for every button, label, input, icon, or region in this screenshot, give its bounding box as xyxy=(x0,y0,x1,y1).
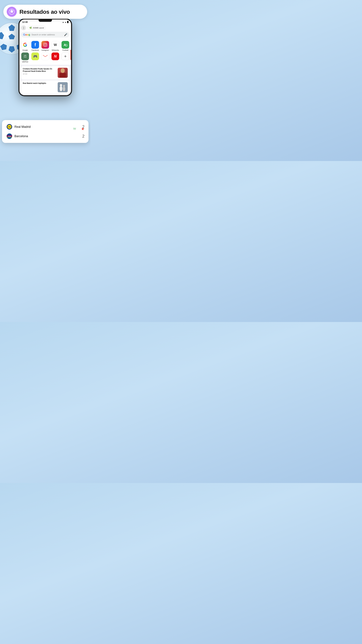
gamepad-icon: 🎮 xyxy=(31,52,39,60)
favorite-star[interactable]: ★ xyxy=(81,127,84,131)
away-team-info: FCB Barcelona xyxy=(6,133,28,140)
score-card: RM Real Madrid 2 70' ★ FCB xyxy=(2,120,88,143)
data-save-text: 250MB saved xyxy=(33,27,44,29)
svg-point-25 xyxy=(61,69,64,72)
menu-button[interactable] xyxy=(21,25,26,30)
leaf-icon: 🌿 xyxy=(29,27,32,29)
search-placeholder: Search or enter address xyxy=(31,33,63,36)
wikipedia-icon: W xyxy=(51,41,59,49)
gmail-icon xyxy=(41,52,49,60)
home-team-name: Real Madrid xyxy=(14,125,31,129)
news-time-1: 10 min xyxy=(23,73,56,75)
phone-screen: 12:30 ▲ ▲ ▉ xyxy=(19,20,71,95)
svg-marker-15 xyxy=(10,10,13,13)
facebook-icon: f xyxy=(31,41,39,49)
home-team-info: RM Real Madrid xyxy=(6,124,31,130)
instagram-label: Instagram xyxy=(41,49,49,51)
scroll-indicator xyxy=(70,50,71,60)
svg-point-27 xyxy=(60,86,62,91)
news-thumb-1 xyxy=(58,68,68,78)
netflix-icon: N xyxy=(51,52,59,60)
google-icon xyxy=(21,41,29,49)
app-grid: Google f Facebook Insta xyxy=(19,39,71,65)
app-football[interactable]: A Football xyxy=(61,41,70,51)
football-label: Football xyxy=(62,49,68,51)
away-team-row: FCB Barcelona 2 xyxy=(6,133,84,140)
svg-point-18 xyxy=(46,44,46,44)
phone-frame: 12:30 ▲ ▲ ▉ xyxy=(18,18,72,96)
app-google[interactable]: Google xyxy=(21,41,29,51)
signal-icon: ▲ xyxy=(65,21,66,23)
away-score-group: 2 xyxy=(82,134,84,138)
header-pill: Resultados ao vivo xyxy=(3,5,87,19)
real-madrid-badge: RM xyxy=(6,124,13,130)
svg-rect-26 xyxy=(58,82,68,92)
header-title: Resultados ao vivo xyxy=(19,8,70,15)
instagram-icon xyxy=(41,41,49,49)
news-title-2: Real Madrid match highlights xyxy=(23,82,56,84)
phone-notch xyxy=(38,20,52,22)
news-section-phone: Cristiano Ronaldo Finally Speaks On Prop… xyxy=(19,65,71,95)
add-icon: + xyxy=(61,52,69,60)
chrome-toolbar: 🌿 250MB saved Goog Search or enter addre… xyxy=(19,24,71,39)
google-label: Google xyxy=(22,49,28,51)
svg-text:FCB: FCB xyxy=(8,136,11,137)
status-icons: ▲ ▲ ▉ xyxy=(62,21,68,23)
battery-icon: ▉ xyxy=(67,21,68,23)
match-time: 70' xyxy=(73,128,76,130)
search-bar[interactable]: Goog Search or enter address 🎤 xyxy=(21,32,69,38)
home-team-row: RM Real Madrid 2 xyxy=(6,124,84,130)
wikihow-icon: wikiHow xyxy=(21,52,29,60)
header-icon xyxy=(7,7,17,17)
svg-point-28 xyxy=(60,84,62,86)
away-team-name: Barcelona xyxy=(14,134,28,138)
mic-icon[interactable]: 🎤 xyxy=(64,33,67,36)
news-title-1: Cristiano Ronaldo Finally Speaks On Prop… xyxy=(23,68,56,72)
phone-mockup: 12:30 ▲ ▲ ▉ xyxy=(18,18,72,96)
barcelona-badge: FCB xyxy=(6,133,13,140)
away-score: 2 xyxy=(82,134,84,138)
football-icon: A xyxy=(61,41,69,49)
app-wikihow[interactable]: wikiHow wikiHow xyxy=(21,52,29,63)
svg-rect-16 xyxy=(43,43,47,46)
wikipedia-label: Wikipedia xyxy=(52,49,59,51)
app-instagram[interactable]: Instagram xyxy=(41,41,50,51)
app-gmail[interactable] xyxy=(41,52,50,63)
app-netflix[interactable]: N xyxy=(51,52,60,63)
svg-point-30 xyxy=(63,85,65,87)
svg-point-17 xyxy=(44,44,46,46)
app-wikipedia[interactable]: W Wikipedia xyxy=(51,41,60,51)
data-save-pill: 🌿 250MB saved xyxy=(27,26,46,30)
svg-rect-24 xyxy=(59,73,66,78)
app-facebook[interactable]: f Facebook xyxy=(31,41,39,51)
menu-dots xyxy=(23,27,24,29)
news-thumb-2 xyxy=(58,82,68,92)
app-gamepad[interactable]: 🎮 xyxy=(31,52,39,63)
status-time: 12:30 xyxy=(22,21,28,23)
data-save-bar: 🌿 250MB saved xyxy=(21,25,69,30)
google-logo: Goog xyxy=(23,33,30,36)
facebook-label: Facebook xyxy=(31,49,39,51)
wifi-icon: ▲ xyxy=(62,21,64,23)
svg-text:RM: RM xyxy=(8,126,10,128)
app-add[interactable]: + xyxy=(61,52,70,63)
svg-point-29 xyxy=(63,86,65,91)
wikihow-label: wikiHow xyxy=(22,61,28,63)
